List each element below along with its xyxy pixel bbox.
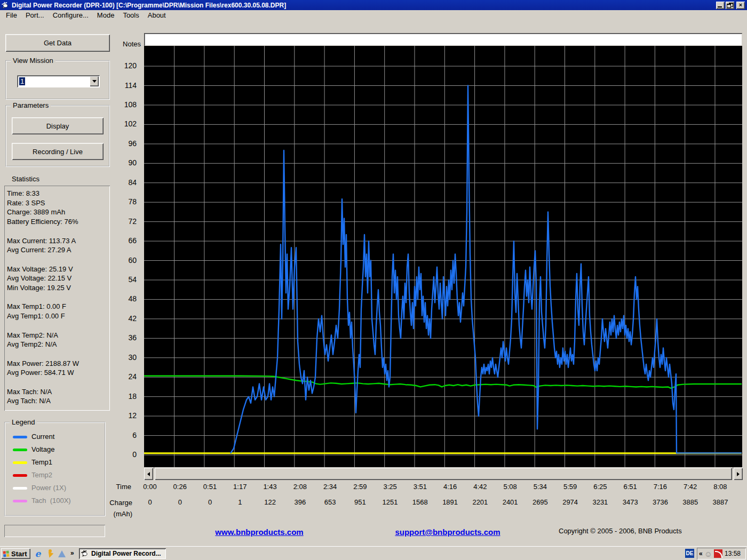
get-data-button[interactable]: Get Data	[5, 34, 110, 52]
axis-tick-rows: 0:0000:2600:5101:1711:431222:083962:3465…	[144, 482, 742, 520]
scroll-right-button[interactable]	[734, 468, 743, 480]
time-tick-label: 4:16	[443, 483, 457, 491]
y-tick-label: 12	[128, 411, 137, 420]
chart-plot	[144, 46, 742, 467]
legend-item-label: Temp1	[31, 458, 52, 466]
legend-item-temp1[interactable]: Temp1	[5, 458, 105, 469]
taskbar: Start e » Digital Power Record... DE « ☺…	[0, 546, 747, 560]
time-tick-label: 1:43	[263, 483, 276, 491]
charge-unit-label: (mAh)	[105, 510, 132, 518]
stat-line: Avg Current: 27.29 A	[4, 245, 110, 255]
menu-item-file[interactable]: File	[2, 11, 21, 20]
support-link[interactable]: support@bnbproducts.com	[386, 527, 510, 537]
charge-axis-label: Charge	[105, 499, 132, 507]
language-indicator[interactable]: DE	[685, 549, 694, 558]
time-tick-label: 0:00	[143, 483, 156, 491]
legend-item-label: Voltage	[31, 445, 54, 453]
y-tick-label: 72	[128, 217, 137, 226]
ie-icon[interactable]: e	[33, 549, 43, 558]
stat-line	[4, 349, 110, 359]
legend-group: Legend CurrentVoltageTemp1Temp2Power (1X…	[4, 422, 106, 516]
legend-item-tach[interactable]: Tach (100X)	[5, 497, 105, 507]
parameters-group: Parameters Display Recording / Live	[5, 105, 110, 167]
chevron-down-icon	[92, 80, 97, 83]
close-button[interactable]: ×	[736, 2, 745, 9]
statistics-panel: Time: 8:33Rate: 3 SPSCharge: 3889 mAhBat…	[4, 186, 110, 411]
y-tick-label: 54	[128, 275, 137, 284]
stat-line: Max Temp1: 0.00 F	[4, 302, 110, 311]
quick-launch-more-icon[interactable]: »	[70, 549, 74, 557]
legend-item-power[interactable]: Power (1X)	[5, 484, 105, 494]
minimize-button[interactable]	[716, 2, 725, 9]
helicopter-icon	[2, 2, 10, 9]
statistics-label: Statistics	[12, 175, 39, 183]
time-tick-label: 7:16	[654, 483, 667, 491]
legend-item-label: Current	[31, 433, 54, 441]
scroll-thumb[interactable]	[155, 468, 732, 480]
start-button[interactable]: Start	[1, 548, 30, 559]
recording-live-button[interactable]: Recording / Live	[12, 143, 104, 160]
mission-select-value: 1	[19, 77, 25, 85]
quick-launch-icon-3[interactable]	[57, 549, 67, 558]
app-window: Digital Power Recorder (DPR-100) [C:\Pro…	[0, 0, 747, 560]
charge-tick-label: 951	[354, 498, 366, 506]
parameters-label: Parameters	[11, 101, 51, 109]
time-tick-label: 6:25	[593, 483, 607, 491]
legend-item-voltage[interactable]: Voltage	[5, 445, 105, 456]
arrow-left-icon	[147, 472, 150, 476]
time-tick-label: 5:34	[534, 483, 547, 491]
y-tick-label: 90	[128, 158, 137, 167]
time-tick-label: 8:08	[713, 483, 727, 491]
legend-item-label: Temp2	[31, 471, 52, 479]
display-button[interactable]: Display	[12, 117, 104, 134]
stat-line	[4, 255, 110, 265]
chart-horizontal-scrollbar[interactable]	[144, 468, 743, 480]
stat-line: Avg Tach: N/A	[4, 396, 110, 406]
charge-tick-label: 122	[264, 498, 276, 506]
menu-item-configure[interactable]: Configure...	[49, 11, 93, 20]
mission-dropdown-button[interactable]	[90, 76, 99, 86]
menu-bar: FilePort...Configure...ModeToolsAbout	[0, 10, 747, 20]
task-button[interactable]: Digital Power Record...	[79, 548, 166, 559]
time-tick-label: 3:25	[383, 483, 396, 491]
charge-tick-label: 396	[294, 498, 306, 506]
stat-line: Avg Temp1: 0.00 F	[4, 311, 110, 321]
charge-tick-label: 2974	[562, 498, 578, 506]
smiley-tray-icon[interactable]: ☺	[704, 550, 712, 558]
aim-icon[interactable]	[45, 549, 55, 558]
mission-select[interactable]: 1	[17, 75, 100, 87]
stat-line: Max Current: 113.73 A	[4, 236, 110, 246]
stat-line: Charge: 3889 mAh	[4, 207, 110, 217]
scroll-left-button[interactable]	[144, 468, 153, 480]
menu-item-about[interactable]: About	[144, 11, 170, 20]
menu-item-mode[interactable]: Mode	[93, 11, 119, 20]
view-mission-group: View Mission 1	[5, 60, 110, 100]
y-tick-label: 42	[128, 314, 137, 323]
notes-field[interactable]	[144, 33, 742, 46]
window-title: Digital Power Recorder (DPR-100) [C:\Pro…	[12, 2, 716, 9]
copyright-text: Copyright © 2005 - 2006, BNB Products	[559, 527, 682, 535]
legend-item-current[interactable]: Current	[5, 433, 105, 443]
y-tick-label: 108	[124, 100, 137, 109]
antivirus-tray-icon[interactable]	[714, 549, 722, 558]
status-box	[4, 525, 105, 537]
charge-tick-label: 1	[238, 498, 242, 506]
charge-tick-label: 0	[208, 498, 212, 506]
stat-line	[4, 293, 110, 302]
time-tick-label: 3:51	[414, 483, 427, 491]
charge-tick-label: 1891	[442, 498, 458, 506]
restore-button[interactable]	[726, 2, 734, 9]
menu-item-tools[interactable]: Tools	[118, 11, 143, 20]
legend-swatch-icon	[13, 461, 27, 464]
charge-tick-label: 2201	[472, 498, 488, 506]
time-tick-label: 5:59	[563, 483, 577, 491]
collapse-chevron-icon[interactable]: «	[699, 550, 703, 557]
stat-line: Rate: 3 SPS	[4, 198, 110, 208]
y-tick-label: 30	[128, 353, 137, 362]
website-link[interactable]: www.bnbproducts.com	[206, 527, 313, 537]
legend-item-label: Tach (100X)	[31, 497, 71, 505]
time-tick-label: 6:51	[624, 483, 637, 491]
legend-item-temp2[interactable]: Temp2	[5, 471, 105, 482]
menu-item-port[interactable]: Port...	[21, 11, 49, 20]
stat-line: Avg Temp2: N/A	[4, 340, 110, 349]
